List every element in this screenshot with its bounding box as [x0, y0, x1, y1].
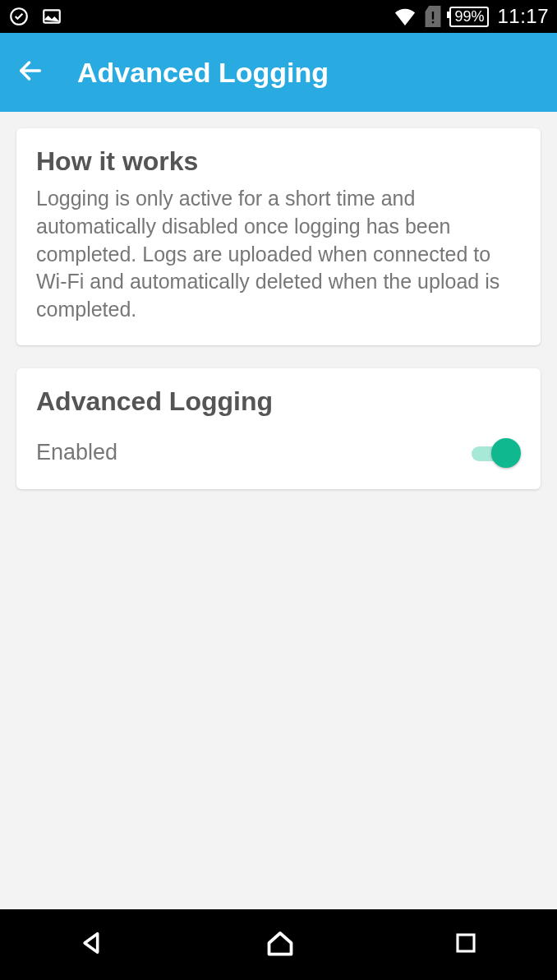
nav-recent-button[interactable]	[453, 931, 478, 959]
how-it-works-card: How it works Logging is only active for …	[16, 128, 541, 345]
how-it-works-title: How it works	[36, 146, 521, 177]
sd-warning-icon	[425, 6, 441, 27]
square-icon	[453, 931, 478, 955]
advanced-logging-title: Advanced Logging	[36, 386, 521, 417]
nav-back-button[interactable]	[79, 929, 107, 960]
page-title: Advanced Logging	[77, 57, 329, 89]
home-icon	[265, 928, 295, 958]
battery-indicator: 99%	[449, 7, 489, 27]
status-bar: 99% 11:17	[0, 0, 557, 33]
nav-home-button[interactable]	[265, 928, 295, 961]
back-button[interactable]	[16, 57, 44, 88]
triangle-back-icon	[79, 929, 107, 957]
svg-rect-6	[458, 935, 474, 951]
advanced-logging-card: Advanced Logging Enabled	[16, 368, 541, 489]
arrow-left-icon	[16, 57, 44, 85]
switch-thumb	[491, 438, 521, 468]
status-left	[8, 6, 62, 27]
enabled-toggle-row: Enabled	[36, 438, 521, 468]
gear-check-icon	[8, 6, 30, 27]
image-icon	[41, 6, 62, 27]
wifi-icon	[394, 7, 417, 25]
svg-marker-5	[85, 934, 98, 953]
clock: 11:17	[497, 5, 549, 28]
how-it-works-body: Logging is only active for a short time …	[36, 185, 521, 324]
enabled-switch[interactable]	[472, 438, 521, 468]
status-right: 99% 11:17	[394, 5, 549, 28]
app-bar: Advanced Logging	[0, 33, 557, 112]
device-frame: 99% 11:17 Advanced Logging How it works …	[0, 0, 557, 980]
enabled-label: Enabled	[36, 440, 117, 465]
content-area: How it works Logging is only active for …	[0, 112, 557, 909]
navigation-bar	[0, 909, 557, 980]
svg-rect-3	[432, 21, 434, 23]
svg-rect-2	[432, 12, 434, 19]
